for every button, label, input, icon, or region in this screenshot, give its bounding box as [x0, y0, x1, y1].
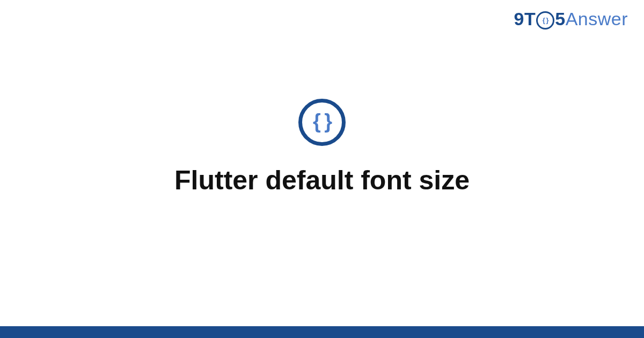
footer-accent-bar	[0, 326, 644, 338]
page-title: Flutter default font size	[174, 164, 470, 196]
main-content: { } Flutter default font size	[0, 0, 644, 317]
braces-icon: { }	[313, 111, 331, 131]
category-braces-icon: { }	[298, 99, 346, 146]
